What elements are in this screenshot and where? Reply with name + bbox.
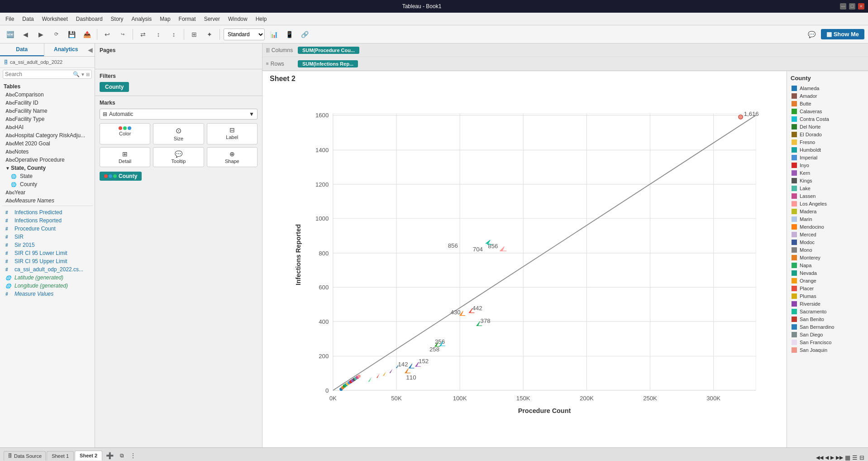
menu-story[interactable]: Story <box>107 15 127 23</box>
menu-data[interactable]: Data <box>19 15 37 23</box>
sheet1-tab[interactable]: Sheet 1 <box>47 451 74 461</box>
legend-item[interactable]: Mono <box>791 247 864 253</box>
legend-item[interactable]: San Bernardino <box>791 324 864 330</box>
field-sir-lower[interactable]: #SIR CI 95 Lower Limit <box>2 249 93 257</box>
field-latitude[interactable]: 🌐Latitude (generated) <box>2 274 93 282</box>
toolbar-forward[interactable]: ▶ <box>34 28 47 41</box>
toolbar-new[interactable]: 🆕 <box>4 28 16 41</box>
toolbar-sort1[interactable]: ↕ <box>152 28 165 41</box>
toolbar-chart[interactable]: 📊 <box>267 28 280 41</box>
field-measure-names[interactable]: AbcMeasure Names <box>2 197 93 205</box>
field-state-county-group[interactable]: ▼ State, County <box>2 164 93 172</box>
field-infections-reported[interactable]: #Infections Reported <box>2 216 93 225</box>
field-sir2015[interactable]: #Sir 2015 <box>2 241 93 249</box>
menu-analysis[interactable]: Analysis <box>128 15 156 23</box>
menu-dashboard[interactable]: Dashboard <box>72 15 106 23</box>
sheet-options-btn[interactable]: ⋮ <box>128 451 138 461</box>
shape-btn[interactable]: ⊕ Shape <box>207 147 258 167</box>
detail-btn[interactable]: ⊞ Detail <box>100 147 150 167</box>
size-btn[interactable]: ⊙ Size <box>153 123 204 144</box>
field-met-goal[interactable]: AbcMet 2020 Goal <box>2 139 93 148</box>
legend-item[interactable]: Amador <box>791 93 864 99</box>
field-facility-id[interactable]: AbcFacility ID <box>2 99 93 107</box>
menu-help[interactable]: Help <box>252 15 271 23</box>
legend-item[interactable]: Kings <box>791 178 864 184</box>
toolbar-fix[interactable]: ✦ <box>203 28 216 41</box>
field-measure-values[interactable]: #Measure Values <box>2 290 93 298</box>
legend-item[interactable]: Monterey <box>791 255 864 261</box>
legend-item[interactable]: San Benito <box>791 316 864 322</box>
field-county[interactable]: 🌐County <box>2 180 93 188</box>
field-hospital-cat[interactable]: AbcHospital Category RiskAdju... <box>2 131 93 139</box>
legend-item[interactable]: Lassen <box>791 193 864 199</box>
legend-item[interactable]: Mendocino <box>791 224 864 230</box>
legend-item[interactable]: Del Norte <box>791 124 864 130</box>
datasource-label[interactable]: ca_ssi_adult_odp_2022 <box>10 59 62 65</box>
nav-next[interactable]: ▶ <box>830 455 834 461</box>
legend-item[interactable]: Modoc <box>791 239 864 245</box>
nav-prev[interactable]: ◀ <box>825 455 829 461</box>
minimize-btn[interactable]: — <box>840 3 846 10</box>
view-toggle2[interactable]: ☰ <box>852 454 858 461</box>
datasource-tab[interactable]: 🗄 Data Source <box>4 451 46 461</box>
legend-item[interactable]: Inyo <box>791 162 864 168</box>
toolbar-swap[interactable]: ⇄ <box>137 28 149 41</box>
legend-item[interactable]: Riverside <box>791 301 864 307</box>
duplicate-sheet-btn[interactable]: ⧉ <box>117 451 127 461</box>
legend-item[interactable]: Calaveras <box>791 108 864 115</box>
view-toggle3[interactable]: ⊟ <box>859 454 864 461</box>
field-facility-type[interactable]: AbcFacility Type <box>2 115 93 123</box>
legend-item[interactable]: Placer <box>791 285 864 292</box>
legend-item[interactable]: Plumas <box>791 293 864 299</box>
field-sir[interactable]: #SIR <box>2 233 93 241</box>
legend-item[interactable]: Contra Costa <box>791 116 864 122</box>
view-toggle1[interactable]: ▦ <box>845 454 850 461</box>
field-ca-ssi[interactable]: #ca_ssi_adult_odp_2022.cs... <box>2 265 93 274</box>
maximize-btn[interactable]: ☐ <box>849 3 855 10</box>
legend-item[interactable]: Alameda <box>791 85 864 91</box>
add-sheet-btn[interactable]: ➕ <box>103 450 116 461</box>
toolbar-export[interactable]: 📤 <box>81 28 93 41</box>
legend-item[interactable]: Orange <box>791 278 864 284</box>
toolbar-connect[interactable]: 🔗 <box>298 28 311 41</box>
grid-icon[interactable]: ⊞ <box>86 72 90 77</box>
columns-pill[interactable]: SUM(Procedure Cou... <box>298 47 359 54</box>
toolbar-undo[interactable]: ↩ <box>101 28 114 41</box>
toolbar-sort2[interactable]: ↕ <box>167 28 180 41</box>
county-color-pill[interactable]: County <box>100 172 142 181</box>
legend-item[interactable]: Merced <box>791 231 864 238</box>
toolbar-back[interactable]: ◀ <box>19 28 32 41</box>
legend-item[interactable]: San Diego <box>791 331 864 338</box>
menu-window[interactable]: Window <box>224 15 251 23</box>
toolbar-share[interactable]: 📱 <box>283 28 296 41</box>
legend-item[interactable]: Imperial <box>791 154 864 161</box>
field-facility-name[interactable]: AbcFacility Name <box>2 107 93 115</box>
toolbar-comment[interactable]: 💬 <box>806 28 818 41</box>
marks-type-dropdown[interactable]: ⊞ Automatic ▼ <box>100 109 258 120</box>
filter-county-pill[interactable]: County <box>100 82 129 92</box>
legend-item[interactable]: Los Angeles <box>791 201 864 207</box>
nav-right[interactable]: ▶▶ <box>836 455 843 461</box>
legend-item[interactable]: El Dorado <box>791 131 864 138</box>
field-longitude[interactable]: 🌐Longitude (generated) <box>2 282 93 290</box>
menu-worksheet[interactable]: Worksheet <box>38 15 72 23</box>
menu-format[interactable]: Format <box>175 15 200 23</box>
field-hai[interactable]: AbcHAI <box>2 123 93 131</box>
legend-item[interactable]: Marin <box>791 216 864 222</box>
legend-item[interactable]: Sacramento <box>791 308 864 315</box>
field-infections-predicted[interactable]: #Infections Predicted <box>2 208 93 216</box>
menu-map[interactable]: Map <box>156 15 174 23</box>
toolbar-save2[interactable]: 💾 <box>65 28 78 41</box>
field-operative[interactable]: AbcOperative Procedure <box>2 156 93 164</box>
sheet2-tab[interactable]: Sheet 2 <box>75 451 102 461</box>
show-me-button[interactable]: ▦ Show Me <box>821 29 864 39</box>
field-state[interactable]: 🌐State <box>2 172 93 180</box>
legend-item[interactable]: Madera <box>791 208 864 215</box>
legend-item[interactable]: Lake <box>791 185 864 192</box>
tooltip-btn[interactable]: 💬 Tooltip <box>153 147 204 167</box>
legend-item[interactable]: Kern <box>791 170 864 176</box>
toolbar-redo[interactable]: ↪ <box>116 28 129 41</box>
menu-server[interactable]: Server <box>200 15 224 23</box>
analytics-tab[interactable]: Analytics <box>44 43 88 56</box>
data-tab[interactable]: Data <box>0 43 44 56</box>
